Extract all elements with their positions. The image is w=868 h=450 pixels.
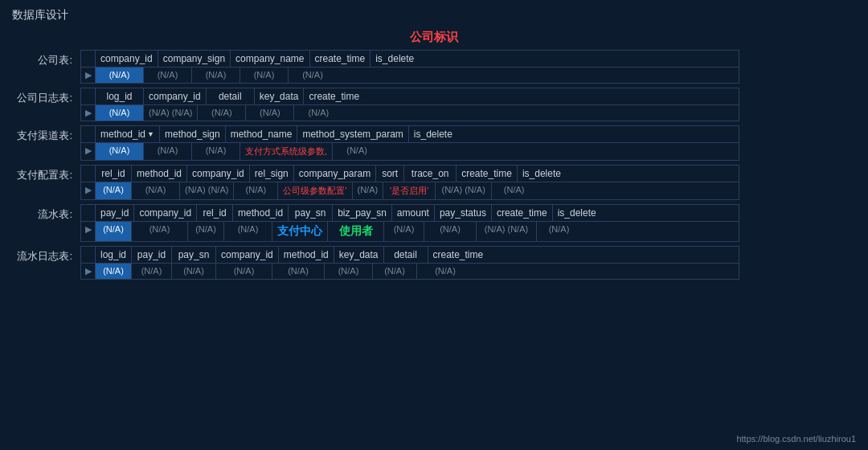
- col-create-time: create_time: [457, 166, 518, 182]
- pay-id-val: (N/A): [96, 222, 132, 241]
- payment-config-header: rel_id method_id company_id rel_sign com…: [81, 166, 739, 182]
- payment-channel-label: 支付渠道表:: [12, 125, 80, 143]
- col-company-id: company_id: [216, 247, 279, 263]
- transaction-label: 流水表:: [12, 204, 80, 222]
- method-name-val: (N/A): [192, 143, 240, 160]
- method-id-val: (N/A): [96, 143, 144, 160]
- company-id-val: (N/A): [96, 68, 144, 83]
- col-rel-id: rel_id: [197, 205, 233, 221]
- create-time-val: (N/A) (N/A): [436, 182, 492, 199]
- method-sign-val: (N/A): [144, 143, 192, 160]
- create-time-val: (N/A): [240, 68, 289, 83]
- col-log-id: log_id: [96, 88, 144, 104]
- create-time-val: (N/A) (N/A): [477, 222, 537, 241]
- pay-status-val: (N/A): [424, 222, 477, 241]
- key-data-val: (N/A): [246, 105, 294, 121]
- payment-config-row: ▶ (N/A) (N/A) (N/A) (N/A) (N/A) 公司级参数配置'…: [81, 182, 739, 199]
- col-is-delete: is_delete: [553, 205, 601, 221]
- col-pay-id: pay_id: [96, 205, 134, 221]
- create-time-val: (N/A): [417, 264, 473, 279]
- col-company-name: company_name: [231, 51, 309, 67]
- amount-val: (N/A): [384, 222, 424, 241]
- rel-id-val: (N/A): [96, 182, 132, 199]
- col-pay-sn: pay_sn: [289, 205, 333, 221]
- payment-config-section: 支付配置表: rel_id method_id company_id rel_s…: [12, 165, 856, 200]
- col-biz-pay-sn: biz_pay_sn: [333, 205, 392, 221]
- col-company-id: company_id: [134, 205, 197, 221]
- payment-channel-section: 支付渠道表: method_id ▼ method_sign method_na…: [12, 125, 856, 161]
- col-trace-on: trace_on: [404, 166, 457, 182]
- col-method-sign: method_sign: [160, 126, 226, 142]
- method-id-val: (N/A): [132, 182, 180, 199]
- create-time-val: (N/A): [294, 105, 342, 121]
- transaction-header: pay_id company_id rel_id method_id pay_s…: [81, 205, 739, 222]
- blog-link: https://blog.csdn.net/liuzhirou1: [736, 434, 856, 444]
- col-create-time: create_time: [492, 205, 553, 221]
- transaction-log-header: log_id pay_id pay_sn company_id method_i…: [81, 247, 739, 264]
- transaction-section: 流水表: pay_id company_id rel_id method_id …: [12, 204, 856, 242]
- row-expand-icon: ▶: [81, 182, 96, 199]
- col-company-id: company_id: [144, 88, 207, 104]
- is-delete-val: (N/A): [537, 222, 581, 241]
- pay-id-val: (N/A): [132, 264, 172, 279]
- is-delete-val: (N/A): [289, 68, 337, 83]
- key-data-val: (N/A): [325, 264, 373, 279]
- method-id-val: (N/A): [224, 222, 272, 241]
- payment-channel-table: method_id ▼ method_sign method_name meth…: [80, 125, 739, 161]
- col-is-delete: is_delete: [409, 126, 457, 142]
- col-pay-status: pay_status: [435, 205, 492, 221]
- company-log-header: log_id company_id detail key_data create…: [81, 88, 739, 105]
- biz-pay-sn-val: 使用者: [328, 222, 384, 241]
- col-pay-id: pay_id: [132, 247, 172, 263]
- company-table-row: ▶ (N/A) (N/A) (N/A) (N/A) (N/A): [81, 68, 739, 83]
- col-detail: detail: [384, 247, 428, 263]
- company-id-val: (N/A): [132, 222, 188, 241]
- col-company-id: company_id: [187, 166, 250, 182]
- col-log-id: log_id: [96, 247, 132, 263]
- dropdown-arrow-icon: ▼: [147, 130, 154, 138]
- is-delete-val: (N/A): [333, 143, 381, 160]
- row-marker: [81, 247, 96, 263]
- col-method-id: method_id: [233, 205, 289, 221]
- transaction-row: ▶ (N/A) (N/A) (N/A) (N/A) 支付中心 使用者 (N/A)…: [81, 222, 739, 241]
- company-id-val: (N/A) (N/A): [180, 182, 234, 199]
- trace-on-val: '是否启用': [383, 182, 436, 199]
- center-label: 公司标识: [0, 30, 868, 45]
- method-system-param-val: 支付方式系统级参数,: [240, 143, 333, 160]
- col-pay-sn: pay_sn: [172, 247, 216, 263]
- payment-channel-row: ▶ (N/A) (N/A) (N/A) 支付方式系统级参数, (N/A): [81, 143, 739, 160]
- company-log-section: 公司日志表: log_id company_id detail key_data…: [12, 88, 856, 121]
- col-detail: detail: [207, 88, 255, 104]
- transaction-log-label: 流水日志表:: [12, 246, 80, 264]
- transaction-log-section: 流水日志表: log_id pay_id pay_sn company_id m…: [12, 246, 856, 280]
- detail-val: (N/A): [198, 105, 246, 121]
- col-method-id: method_id: [132, 166, 187, 182]
- row-expand-icon: ▶: [81, 143, 96, 160]
- payment-config-label: 支付配置表:: [12, 165, 80, 182]
- col-company-id: company_id: [96, 51, 158, 67]
- row-marker: [81, 51, 96, 67]
- payment-config-table: rel_id method_id company_id rel_sign com…: [80, 165, 739, 200]
- col-create-time: create_time: [304, 88, 364, 104]
- is-delete-val: (N/A): [492, 182, 536, 199]
- row-marker: [81, 126, 96, 142]
- company-id-val: (N/A): [216, 264, 272, 279]
- col-is-delete: is_delete: [371, 51, 419, 67]
- transaction-table: pay_id company_id rel_id method_id pay_s…: [80, 204, 739, 242]
- method-id-val: (N/A): [272, 264, 325, 279]
- sort-val: (N/A): [353, 182, 384, 199]
- detail-val: (N/A): [373, 264, 417, 279]
- rel-id-val: (N/A): [188, 222, 224, 241]
- col-company-param: company_param: [294, 166, 376, 182]
- col-method-system-param: method_system_param: [297, 126, 408, 142]
- row-expand-icon: ▶: [81, 68, 96, 83]
- col-sort: sort: [376, 166, 404, 182]
- col-create-time: create_time: [428, 247, 489, 263]
- row-expand-icon: ▶: [81, 222, 96, 241]
- company-log-row: ▶ (N/A) (N/A) (N/A) (N/A) (N/A) (N/A): [81, 105, 739, 121]
- company-table-header: company_id company_sign company_name cre…: [81, 51, 739, 68]
- log-id-val: (N/A): [96, 264, 132, 279]
- row-marker: [81, 88, 96, 104]
- pay-sn-val: 支付中心: [272, 222, 328, 241]
- col-create-time: create_time: [310, 51, 371, 67]
